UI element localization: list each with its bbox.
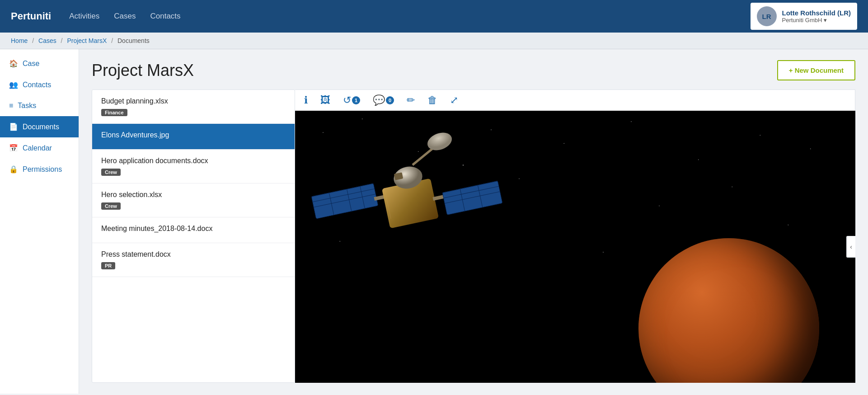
file-name: Hero application documents.docx (101, 157, 286, 165)
contacts-icon: 👥 (9, 80, 18, 89)
page-title: Project MarsX (92, 61, 194, 80)
user-menu[interactable]: LR Lotte Rothschild (LR) Pertuniti GmbH … (751, 3, 857, 30)
documents-icon: 📄 (9, 122, 18, 131)
collapse-panel-button[interactable]: ‹ (846, 236, 855, 258)
breadcrumb-sep-3: / (111, 37, 113, 44)
breadcrumb-cases[interactable]: Cases (38, 37, 56, 44)
toolbar-edit-icon-wrap[interactable]: ✏ (407, 94, 415, 106)
list-item[interactable]: Hero selection.xlsx Crew (92, 183, 295, 217)
breadcrumb: Home / Cases / Project MarsX / Documents (0, 33, 868, 49)
toolbar-history-icon-wrap[interactable]: ↺ 1 (343, 94, 360, 106)
preview-image-container: ‹ (295, 111, 855, 383)
calendar-icon: 📅 (9, 144, 18, 152)
case-icon: 🏠 (9, 59, 18, 68)
preview-toolbar: ℹ 🖼 ↺ 1 💬 0 ✏ (295, 89, 855, 111)
sidebar-item-contacts[interactable]: 👥 Contacts (0, 74, 79, 95)
file-name: Elons Adventures.jpg (101, 131, 286, 139)
file-list: Budget planning.xlsx Finance Elons Adven… (92, 89, 295, 383)
file-tag: Crew (101, 169, 121, 176)
preview-panel: ℹ 🖼 ↺ 1 💬 0 ✏ (295, 89, 855, 383)
docs-layout: Budget planning.xlsx Finance Elons Adven… (92, 89, 855, 383)
toolbar-comments-icon-wrap[interactable]: 💬 0 (373, 94, 394, 106)
svg-rect-0 (311, 183, 378, 219)
list-item[interactable]: Budget planning.xlsx Finance (92, 90, 295, 124)
permissions-icon: 🔒 (9, 165, 18, 174)
nav-contacts[interactable]: Contacts (150, 12, 181, 21)
delete-icon[interactable]: 🗑 (427, 94, 437, 106)
sidebar-label-contacts: Contacts (23, 81, 51, 89)
user-info: Lotte Rothschild (LR) Pertuniti GmbH ▾ (782, 9, 851, 24)
sidebar-label-documents: Documents (23, 123, 59, 131)
content-area: Project MarsX + New Document Budget plan… (79, 49, 868, 394)
info-icon[interactable]: ℹ (304, 94, 308, 106)
file-name: Meeting minutes_2018-08-14.docx (101, 225, 286, 233)
file-name: Press statement.docx (101, 250, 286, 259)
list-item[interactable]: Elons Adventures.jpg (92, 124, 295, 150)
user-name: Lotte Rothschild (LR) (782, 9, 851, 17)
toolbar-delete-icon-wrap[interactable]: 🗑 (427, 94, 437, 106)
toolbar-expand-icon-wrap[interactable]: ⤢ (450, 94, 458, 106)
comments-badge: 0 (386, 96, 394, 104)
history-badge: 1 (352, 96, 360, 104)
history-icon[interactable]: ↺ (343, 94, 351, 106)
sidebar-item-calendar[interactable]: 📅 Calendar (0, 137, 79, 159)
sidebar-label-calendar: Calendar (23, 144, 52, 152)
sidebar: 🏠 Case 👥 Contacts ≡ Tasks 📄 Documents 📅 … (0, 49, 79, 394)
breadcrumb-home[interactable]: Home (11, 37, 28, 44)
image-icon[interactable]: 🖼 (320, 94, 330, 106)
sidebar-item-permissions[interactable]: 🔒 Permissions (0, 159, 79, 180)
content-header: Project MarsX + New Document (92, 60, 855, 80)
file-tag: Finance (101, 109, 127, 116)
list-item[interactable]: Press statement.docx PR (92, 243, 295, 277)
new-document-button[interactable]: + New Document (777, 60, 855, 80)
tasks-icon: ≡ (9, 102, 13, 110)
edit-icon[interactable]: ✏ (407, 94, 415, 106)
avatar: LR (757, 6, 777, 26)
file-tag: PR (101, 262, 115, 269)
sidebar-item-tasks[interactable]: ≡ Tasks (0, 95, 79, 116)
comments-icon[interactable]: 💬 (373, 94, 385, 106)
breadcrumb-project[interactable]: Project MarsX (67, 37, 107, 44)
sidebar-item-documents[interactable]: 📄 Documents (0, 116, 79, 137)
list-item[interactable]: Meeting minutes_2018-08-14.docx (92, 217, 295, 243)
breadcrumb-sep-2: / (61, 37, 63, 44)
sidebar-label-tasks: Tasks (18, 102, 36, 110)
breadcrumb-current: Documents (117, 37, 150, 44)
user-company: Pertuniti GmbH ▾ (782, 17, 851, 24)
toolbar-info-icon-wrap[interactable]: ℹ (304, 94, 308, 106)
file-name: Hero selection.xlsx (101, 191, 286, 199)
main-layout: 🏠 Case 👥 Contacts ≡ Tasks 📄 Documents 📅 … (0, 49, 868, 394)
sidebar-label-case: Case (23, 60, 39, 68)
expand-icon[interactable]: ⤢ (450, 94, 458, 106)
svg-rect-10 (442, 181, 502, 215)
file-tag: Crew (101, 202, 121, 210)
breadcrumb-sep-1: / (32, 37, 34, 44)
topnav-links: Activities Cases Contacts (69, 12, 750, 21)
list-item[interactable]: Hero application documents.docx Crew (92, 150, 295, 183)
topnav: Pertuniti Activities Cases Contacts LR L… (0, 0, 868, 33)
sidebar-label-permissions: Permissions (23, 165, 62, 174)
sidebar-item-case[interactable]: 🏠 Case (0, 53, 79, 74)
chevron-down-icon: ▾ (824, 17, 827, 24)
satellite-illustration (304, 120, 539, 301)
toolbar-image-icon-wrap[interactable]: 🖼 (320, 94, 330, 106)
nav-cases[interactable]: Cases (114, 12, 136, 21)
chevron-left-icon: ‹ (850, 243, 852, 250)
file-name: Budget planning.xlsx (101, 97, 286, 105)
nav-activities[interactable]: Activities (69, 12, 99, 21)
brand-logo: Pertuniti (11, 10, 51, 22)
